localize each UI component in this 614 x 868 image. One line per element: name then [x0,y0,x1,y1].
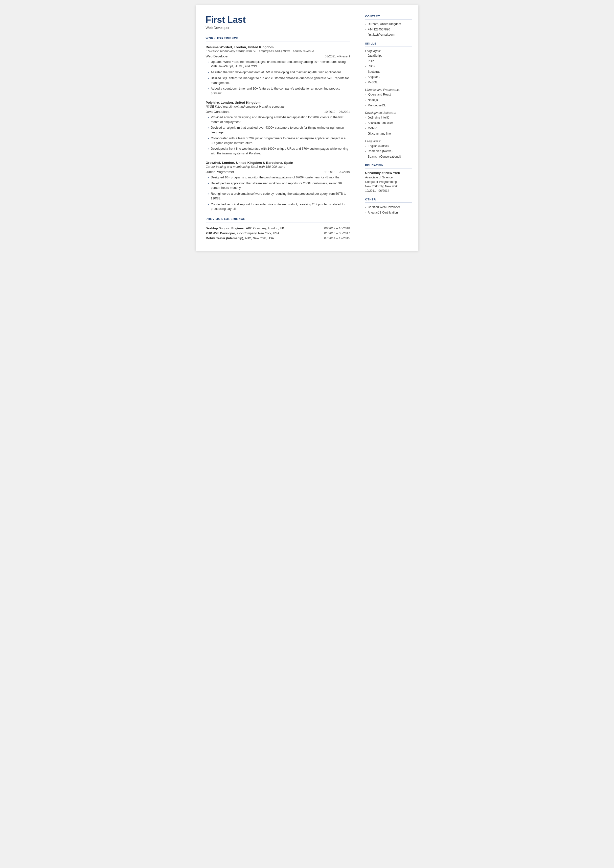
left-column: First Last Web Developer WORK EXPERIENCE… [196,5,359,251]
prev-exp-role-3: Mobile Tester (Internship), ABC, New Yor… [206,236,285,241]
company-location-3: London, United Kingdom & Barcelona, Spai… [222,161,293,165]
bullet-2-2: Devised an algorithm that enabled over 4… [208,126,350,135]
bullet-1-3: Utilized SQL enterprise manager to run a… [208,76,350,85]
prev-exp-role-1: Desktop Support Engineer, ABC Company, L… [206,226,285,231]
contact-divider [365,19,412,20]
bullet-3-4: Conducted technical support for an enter… [208,202,350,211]
bullet-list-1: Updated WordPress themes and plugins on … [206,60,350,96]
company-block-polyhire: Polyhire, London, United Kingdom NYSE-li… [206,101,350,156]
bullet-list-3: Designed 10+ programs to monitor the pur… [206,175,350,211]
role-dates-3: 11/2018 – 09/2019 [324,170,350,174]
role-dates-1: 08/2021 – Present [325,55,350,58]
contact-section: CONTACT Durham, United Kingdom +44 12345… [365,15,412,37]
skill-item-3-1: JetBrains IntelliJ [365,116,412,120]
company-block-growthsi: Growthsi, London, United Kingdom & Barce… [206,161,350,211]
work-experience-section: WORK EXPERIENCE Resume Worded, London, U… [206,37,350,211]
role-row-2: Java Consultant 10/2019 – 07/2021 [206,110,350,113]
role-title-2: Java Consultant [206,110,230,113]
other-divider [365,202,412,203]
other-heading: OTHER [365,198,412,201]
skills-cat-label-3: Development Software: [365,111,412,115]
bullet-2-3: Collaborated with a team of 20+ junior p… [208,136,350,146]
skill-item-4-3: Spanish (Conversational) [365,155,412,159]
education-section: EDUCATION University of New York Associa… [365,164,412,193]
full-name: First Last [206,15,350,25]
prev-exp-dates-3: 07/2014 – 12/2015 [285,236,350,241]
education-heading: EDUCATION [365,164,412,167]
skill-item-3-4: Git command line [365,132,412,136]
bullet-1-4: Added a countdown timer and 10+ features… [208,86,350,96]
bullet-3-3: Reengineered a problematic software code… [208,191,350,201]
company-name-3: Growthsi, [206,161,221,165]
company-desc-3: Career training and membership SaaS with… [206,165,350,169]
company-name-2: Polyhire, [206,101,220,104]
skill-item-3-2: Atlassian Bitbucket [365,121,412,126]
prev-exp-dates-2: 01/2016 – 05/2017 [285,231,350,236]
edu-location: New York City, New York [365,184,412,189]
role-row-1: Web Developer 08/2021 – Present [206,54,350,58]
other-list: Certified Web Developer AngularJS Certif… [365,205,412,215]
previous-experience-table: Desktop Support Engineer, ABC Company, L… [206,226,350,241]
skills-cat-label-4: Languages: [365,140,412,143]
role-dates-2: 10/2019 – 07/2021 [324,110,350,113]
work-experience-heading: WORK EXPERIENCE [206,37,350,40]
contact-item-location: Durham, United Kingdom [365,22,412,26]
prev-exp-dates-1: 06/2017 – 10/2018 [285,226,350,231]
edu-degree: Associate of Science [365,175,412,180]
bullet-3-1: Designed 10+ programs to monitor the pur… [208,175,350,180]
skills-list-2: jQuery and React Node.js MongooseJS. [365,93,412,108]
bullet-1-2: Assisted the web development team at RW … [208,70,350,75]
prev-exp-row-3: Mobile Tester (Internship), ABC, New Yor… [206,236,350,241]
skills-heading: SKILLS [365,42,412,45]
contact-heading: CONTACT [365,15,412,18]
right-column: CONTACT Durham, United Kingdom +44 12345… [359,5,419,251]
skills-section: SKILLS Languages: JavaScript, PHP JSON B… [365,42,412,159]
skills-list-4: English (Native) Romanian (Native) Spani… [365,144,412,159]
company-location-2: London, United Kingdom [220,101,260,104]
edu-field: Computer Programming [365,180,412,184]
skill-item-1-4: Bootstrap [365,70,412,74]
skill-item-4-1: English (Native) [365,144,412,149]
role-title-1: Web Developer [206,54,229,58]
previous-experience-heading: PREVIOUS EXPERIENCE [206,217,350,221]
previous-experience-divider [206,222,350,222]
skill-item-2-3: MongooseJS. [365,103,412,108]
company-location-1: London, United Kingdom [234,45,273,49]
name-title-section: First Last Web Developer [206,15,350,30]
company-block-resume-worded: Resume Worded, London, United Kingdom Ed… [206,45,350,96]
skill-item-1-5: Angular 2 [365,75,412,79]
other-item-1: Certified Web Developer [365,205,412,210]
skill-item-4-2: Romanian (Native) [365,149,412,154]
skill-item-2-1: jQuery and React [365,93,412,97]
role-row-3: Junior Programmer 11/2018 – 09/2019 [206,170,350,174]
company-desc-1: Education technology startup with 50+ em… [206,50,350,53]
company-name-line-2: Polyhire, London, United Kingdom [206,101,350,104]
edu-dates: 10/2011 - 06/2014 [365,189,412,193]
skill-item-1-1: JavaScript, [365,54,412,58]
company-name-1: Resume Worded, [206,45,233,49]
skills-cat-label-1: Languages: [365,49,412,53]
role-title-3: Junior Programmer [206,170,234,174]
resume-container: First Last Web Developer WORK EXPERIENCE… [196,5,419,251]
skills-cat-label-2: Libraries and Frameworks: [365,88,412,92]
education-divider [365,168,412,169]
company-name-line-3: Growthsi, London, United Kingdom & Barce… [206,161,350,165]
contact-list: Durham, United Kingdom +44 1234567890 fi… [365,22,412,37]
skill-item-3-3: MAMP [365,126,412,130]
contact-item-phone: +44 1234567890 [365,28,412,32]
skills-list-1: JavaScript, PHP JSON Bootstrap Angular 2… [365,54,412,85]
skill-item-1-2: PHP [365,59,412,63]
skills-divider [365,47,412,47]
company-desc-2: NYSE-listed recruitment and employer bra… [206,105,350,109]
main-job-title: Web Developer [206,26,350,30]
previous-experience-section: PREVIOUS EXPERIENCE Desktop Support Engi… [206,217,350,241]
bullet-2-1: Provided advice on designing and develop… [208,115,350,124]
prev-exp-role-2: PHP Web Developer, XYZ Company, New York… [206,231,285,236]
bullet-1-1: Updated WordPress themes and plugins on … [208,60,350,69]
prev-exp-row-2: PHP Web Developer, XYZ Company, New York… [206,231,350,236]
other-section: OTHER Certified Web Developer AngularJS … [365,198,412,215]
bullet-2-4: Developed a front-line web interface wit… [208,146,350,156]
other-item-2: AngularJS Certification [365,211,412,215]
skills-list-3: JetBrains IntelliJ Atlassian Bitbucket M… [365,116,412,136]
edu-school-name: University of New York [365,171,412,175]
